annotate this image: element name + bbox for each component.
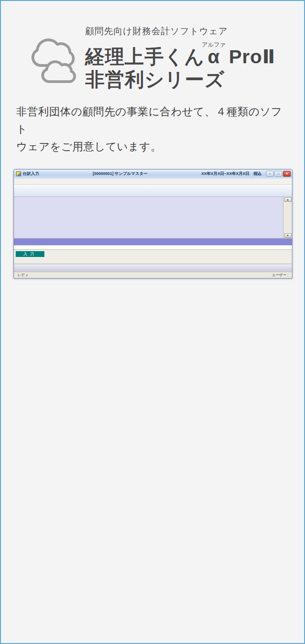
function-key-bar — [14, 264, 292, 272]
product-header: 顧問先向け財務会計ソフトウェア 経理上手くんαアルファ ProⅡ非営利シリーズ — [1, 1, 304, 91]
product-title-line2: 非営利シリーズ — [85, 69, 225, 90]
status-ready: レディ — [17, 273, 29, 278]
scroll-up-icon[interactable]: ▲ — [284, 197, 292, 202]
product-title: 経理上手くんαアルファ ProⅡ非営利シリーズ — [85, 42, 275, 91]
window-title: 仕訳入力 — [23, 171, 39, 177]
status-user: ユーザー : — [272, 273, 288, 278]
alpha-ruby: αアルファ — [205, 46, 223, 67]
window-titlebar: 仕訳入力 [00000001] サンプルマスター XX年X月X日~XX年X月X日… — [14, 170, 292, 178]
balance-row — [14, 258, 292, 261]
intro-text: 非営利団体の顧問先の事業に合わせて、４種類のソフトウェアをご用意しています。 — [1, 91, 304, 156]
scroll-down-icon[interactable]: ▼ — [284, 233, 292, 238]
window-period: XX年X月X日~XX年X月X日 税込 — [201, 171, 261, 177]
toolbar — [14, 185, 292, 196]
app-icon — [16, 171, 21, 176]
account-scrollbar[interactable]: ▲ ▼ — [283, 197, 292, 239]
minimize-button[interactable]: － — [266, 171, 274, 177]
window-title-center: [00000001] サンプルマスター — [39, 171, 201, 177]
feature-list — [1, 278, 304, 298]
journal-header — [14, 239, 292, 245]
account-panel: ▲ ▼ — [14, 197, 292, 239]
cloud-logo-icon — [27, 23, 77, 91]
journal-blank-area — [14, 245, 292, 250]
status-bar: レディ ユーザー : — [14, 272, 292, 278]
page: 顧問先向け財務会計ソフトウェア 経理上手くんαアルファ ProⅡ非営利シリーズ … — [0, 0, 305, 644]
input-mode-label: 入力 — [16, 251, 44, 257]
app-window: 仕訳入力 [00000001] サンプルマスター XX年X月X日~XX年X月X日… — [13, 169, 292, 279]
product-tagline: 顧問先向け財務会計ソフトウェア — [85, 25, 275, 37]
close-button[interactable]: ✕ — [283, 171, 291, 177]
menu-bar — [14, 178, 292, 185]
maximize-button[interactable]: □ — [274, 171, 282, 177]
